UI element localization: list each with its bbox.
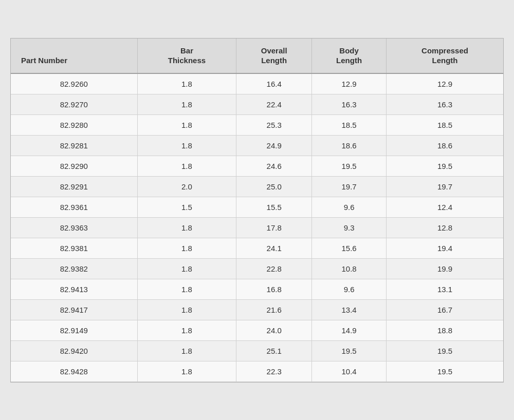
cell-body-length: 19.7 [312, 176, 387, 197]
cell-compressed-length: 19.5 [387, 361, 503, 381]
cell-body-length: 10.8 [312, 258, 387, 279]
cell-compressed-length: 19.4 [387, 238, 503, 258]
cell-compressed-length: 19.7 [387, 176, 503, 197]
cell-body-length: 13.4 [312, 299, 387, 320]
cell-overall-length: 22.4 [236, 94, 312, 114]
cell-part-number: 82.9428 [11, 361, 137, 381]
table-row: 82.93631.817.89.312.8 [11, 217, 503, 238]
cell-compressed-length: 18.8 [387, 320, 503, 340]
cell-overall-length: 16.4 [236, 73, 312, 94]
cell-part-number: 82.9291 [11, 176, 137, 197]
table-row: 82.94281.822.310.419.5 [11, 361, 503, 381]
cell-compressed-length: 13.1 [387, 279, 503, 299]
cell-compressed-length: 12.9 [387, 73, 503, 94]
cell-body-length: 19.5 [312, 340, 387, 361]
cell-bar-thickness: 1.8 [137, 156, 236, 176]
cell-bar-thickness: 2.0 [137, 176, 236, 197]
cell-bar-thickness: 1.8 [137, 135, 236, 156]
table-row: 82.94201.825.119.519.5 [11, 340, 503, 361]
cell-compressed-length: 16.3 [387, 94, 503, 114]
cell-body-length: 15.6 [312, 238, 387, 258]
table-row: 82.92701.822.416.316.3 [11, 94, 503, 114]
cell-compressed-length: 12.8 [387, 217, 503, 238]
cell-overall-length: 25.1 [236, 340, 312, 361]
cell-overall-length: 17.8 [236, 217, 312, 238]
cell-part-number: 82.9381 [11, 238, 137, 258]
cell-bar-thickness: 1.8 [137, 340, 236, 361]
data-table: Part Number BarThickness OverallLength B… [11, 39, 503, 382]
cell-body-length: 18.5 [312, 114, 387, 135]
cell-overall-length: 25.0 [236, 176, 312, 197]
cell-compressed-length: 18.5 [387, 114, 503, 135]
cell-compressed-length: 19.9 [387, 258, 503, 279]
header-bar-thickness: BarThickness [137, 39, 236, 73]
table-row: 82.94131.816.89.613.1 [11, 279, 503, 299]
cell-overall-length: 22.3 [236, 361, 312, 381]
table-header-row: Part Number BarThickness OverallLength B… [11, 39, 503, 73]
cell-overall-length: 25.3 [236, 114, 312, 135]
cell-part-number: 82.9361 [11, 197, 137, 217]
cell-bar-thickness: 1.8 [137, 217, 236, 238]
cell-compressed-length: 16.7 [387, 299, 503, 320]
table-row: 82.93821.822.810.819.9 [11, 258, 503, 279]
cell-part-number: 82.9420 [11, 340, 137, 361]
table-row: 82.93611.515.59.612.4 [11, 197, 503, 217]
cell-bar-thickness: 1.8 [137, 238, 236, 258]
cell-overall-length: 24.6 [236, 156, 312, 176]
cell-body-length: 14.9 [312, 320, 387, 340]
cell-part-number: 82.9382 [11, 258, 137, 279]
cell-body-length: 9.6 [312, 197, 387, 217]
cell-bar-thickness: 1.8 [137, 73, 236, 94]
cell-part-number: 82.9260 [11, 73, 137, 94]
cell-bar-thickness: 1.8 [137, 94, 236, 114]
cell-bar-thickness: 1.5 [137, 197, 236, 217]
table-row: 82.94171.821.613.416.7 [11, 299, 503, 320]
cell-part-number: 82.9280 [11, 114, 137, 135]
header-part-number: Part Number [11, 39, 137, 73]
table-row: 82.92811.824.918.618.6 [11, 135, 503, 156]
cell-bar-thickness: 1.8 [137, 114, 236, 135]
cell-part-number: 82.9290 [11, 156, 137, 176]
table-row: 82.92912.025.019.719.7 [11, 176, 503, 197]
header-compressed-length: CompressedLength [387, 39, 503, 73]
cell-bar-thickness: 1.8 [137, 279, 236, 299]
cell-overall-length: 21.6 [236, 299, 312, 320]
cell-body-length: 16.3 [312, 94, 387, 114]
cell-body-length: 9.6 [312, 279, 387, 299]
cell-overall-length: 22.8 [236, 258, 312, 279]
cell-overall-length: 24.0 [236, 320, 312, 340]
cell-body-length: 19.5 [312, 156, 387, 176]
table-row: 82.91491.824.014.918.8 [11, 320, 503, 340]
cell-part-number: 82.9270 [11, 94, 137, 114]
cell-bar-thickness: 1.8 [137, 320, 236, 340]
cell-bar-thickness: 1.8 [137, 361, 236, 381]
cell-bar-thickness: 1.8 [137, 258, 236, 279]
table-body: 82.92601.816.412.912.982.92701.822.416.3… [11, 73, 503, 382]
table-row: 82.92901.824.619.519.5 [11, 156, 503, 176]
cell-body-length: 9.3 [312, 217, 387, 238]
main-table-container: Part Number BarThickness OverallLength B… [10, 38, 504, 383]
cell-body-length: 18.6 [312, 135, 387, 156]
cell-part-number: 82.9149 [11, 320, 137, 340]
cell-compressed-length: 19.5 [387, 156, 503, 176]
cell-overall-length: 15.5 [236, 197, 312, 217]
cell-bar-thickness: 1.8 [137, 299, 236, 320]
cell-compressed-length: 19.5 [387, 340, 503, 361]
cell-compressed-length: 12.4 [387, 197, 503, 217]
header-body-length: BodyLength [312, 39, 387, 73]
cell-overall-length: 24.9 [236, 135, 312, 156]
cell-part-number: 82.9417 [11, 299, 137, 320]
table-row: 82.92801.825.318.518.5 [11, 114, 503, 135]
table-row: 82.93811.824.115.619.4 [11, 238, 503, 258]
cell-body-length: 10.4 [312, 361, 387, 381]
cell-overall-length: 16.8 [236, 279, 312, 299]
cell-compressed-length: 18.6 [387, 135, 503, 156]
cell-part-number: 82.9363 [11, 217, 137, 238]
cell-part-number: 82.9281 [11, 135, 137, 156]
cell-overall-length: 24.1 [236, 238, 312, 258]
header-overall-length: OverallLength [236, 39, 312, 73]
table-row: 82.92601.816.412.912.9 [11, 73, 503, 94]
cell-body-length: 12.9 [312, 73, 387, 94]
cell-part-number: 82.9413 [11, 279, 137, 299]
